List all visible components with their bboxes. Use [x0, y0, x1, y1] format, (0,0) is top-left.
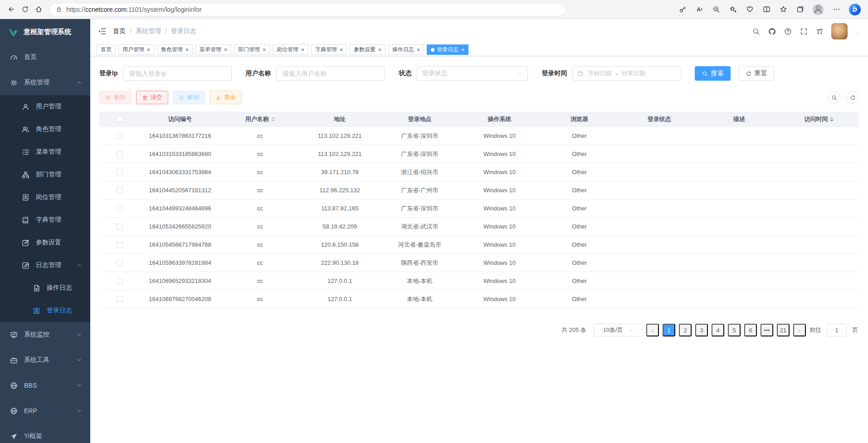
- github-icon[interactable]: [768, 27, 776, 35]
- tab-首页[interactable]: 首页: [97, 44, 116, 55]
- row-checkbox[interactable]: [117, 205, 123, 212]
- cell-user: cc: [220, 163, 300, 181]
- sidebar-item-2[interactable]: 用户管理: [0, 95, 90, 118]
- 清空-button[interactable]: 清空: [136, 91, 168, 104]
- row-checkbox[interactable]: [117, 278, 123, 284]
- tab-参数设置[interactable]: 参数设置×: [350, 44, 385, 55]
- more-icon[interactable]: [832, 5, 840, 14]
- tab-close-icon[interactable]: ×: [224, 47, 227, 53]
- sidebar-item-11[interactable]: 登录日志: [0, 299, 90, 322]
- row-checkbox[interactable]: [117, 260, 123, 266]
- page-button-1[interactable]: 1: [663, 324, 675, 336]
- sort-icon[interactable]: [830, 115, 834, 123]
- login-ip-input[interactable]: [123, 66, 232, 81]
- search-icon[interactable]: [752, 27, 760, 35]
- tab-close-icon[interactable]: ×: [301, 47, 304, 53]
- tab-close-icon[interactable]: ×: [185, 47, 189, 53]
- tab-close-icon[interactable]: ×: [378, 47, 381, 53]
- key-icon[interactable]: [678, 5, 687, 14]
- sort-icon[interactable]: [271, 115, 275, 123]
- sidebar-item-6[interactable]: 岗位管理: [0, 186, 90, 209]
- refresh-mini-icon[interactable]: [846, 91, 859, 104]
- sidebar-item-7[interactable]: 字典管理: [0, 209, 90, 231]
- back-icon[interactable]: [5, 3, 18, 16]
- tab-登录日志[interactable]: 登录日志×: [427, 44, 468, 55]
- row-checkbox[interactable]: [117, 296, 123, 302]
- row-checkbox[interactable]: [117, 187, 123, 194]
- zoom-icon[interactable]: [712, 5, 720, 14]
- page-ellipsis[interactable]: •••: [761, 324, 773, 336]
- tab-close-icon[interactable]: ×: [340, 47, 343, 53]
- tab-close-icon[interactable]: ×: [417, 47, 420, 53]
- fullscreen-icon[interactable]: [800, 27, 808, 35]
- reset-button[interactable]: 重置: [738, 66, 774, 81]
- tab-部门管理[interactable]: 部门管理×: [234, 44, 270, 55]
- read-aloud-icon[interactable]: [695, 5, 703, 14]
- page-button-2[interactable]: 2: [679, 324, 692, 336]
- sidebar-item-5[interactable]: 部门管理: [0, 163, 90, 186]
- table-row: 1641069798270046208cc127.0.0.1本地-本机Windo…: [99, 290, 859, 308]
- user-name-input[interactable]: [276, 66, 385, 81]
- help-icon[interactable]: [784, 27, 792, 35]
- refresh-icon[interactable]: [18, 3, 32, 16]
- sidebar-item-15[interactable]: ERP: [0, 398, 90, 424]
- home-icon[interactable]: [32, 3, 45, 16]
- tab-close-icon[interactable]: ×: [147, 47, 150, 53]
- sidebar-fold-icon[interactable]: [98, 27, 107, 36]
- page-button-4[interactable]: 4: [712, 324, 724, 336]
- url-bar[interactable]: https://ccnetcore.com:1101/system/log/lo…: [49, 3, 566, 16]
- add-favorite-icon[interactable]: [729, 5, 737, 14]
- sidebar-item-3[interactable]: 角色管理: [0, 118, 90, 141]
- browser-essentials-icon[interactable]: [746, 5, 754, 14]
- sidebar-item-12[interactable]: 系统监控: [0, 322, 90, 347]
- status-select[interactable]: 登录状态: [417, 66, 528, 81]
- favorites-icon[interactable]: [779, 5, 787, 14]
- row-checkbox[interactable]: [117, 151, 123, 157]
- prev-page-button[interactable]: ‹: [646, 324, 659, 336]
- row-checkbox[interactable]: [117, 133, 123, 139]
- sidebar-item-0[interactable]: 首页: [0, 44, 90, 70]
- sidebar-item-9[interactable]: 日志管理: [0, 254, 90, 277]
- tab-菜单管理[interactable]: 菜单管理×: [195, 44, 231, 55]
- breadcrumb-item[interactable]: 首页: [113, 27, 126, 35]
- goto-page-input[interactable]: [827, 324, 847, 336]
- sidebar-item-13[interactable]: 系统工具: [0, 347, 90, 373]
- tab-岗位管理[interactable]: 岗位管理×: [273, 44, 308, 55]
- copilot-icon[interactable]: [849, 4, 861, 15]
- search-button[interactable]: 搜索: [695, 66, 731, 81]
- tab-字典管理[interactable]: 字典管理×: [311, 44, 347, 55]
- font-size-icon[interactable]: [815, 27, 824, 35]
- app-logo[interactable]: 意框架管理系统: [0, 19, 90, 44]
- sidebar-item-10[interactable]: 操作日志: [0, 277, 90, 299]
- column-header-user[interactable]: 用户名称: [220, 112, 300, 127]
- page-button-21[interactable]: 21: [777, 324, 790, 336]
- page-button-3[interactable]: 3: [695, 324, 708, 336]
- sidebar-item-4[interactable]: 菜单管理: [0, 141, 90, 163]
- row-checkbox[interactable]: [117, 224, 123, 230]
- split-screen-icon[interactable]: [762, 5, 770, 14]
- sidebar-item-1[interactable]: 系统管理: [0, 70, 90, 95]
- sidebar-item-16[interactable]: Yi框架: [0, 424, 90, 443]
- tab-用户管理[interactable]: 用户管理×: [118, 44, 154, 55]
- tab-close-icon[interactable]: ×: [263, 47, 266, 53]
- tab-close-icon[interactable]: ×: [461, 47, 464, 53]
- row-checkbox[interactable]: [117, 169, 123, 175]
- 导出-button[interactable]: 导出: [210, 91, 242, 104]
- select-all-checkbox[interactable]: [117, 116, 123, 122]
- chevron-down-icon[interactable]: [855, 31, 860, 36]
- tab-角色管理[interactable]: 角色管理×: [157, 44, 193, 55]
- tab-操作日志[interactable]: 操作日志×: [388, 44, 424, 55]
- date-range-picker[interactable]: 开始日期 - 结束日期: [572, 66, 681, 81]
- column-header-time[interactable]: 访问时间: [779, 112, 859, 127]
- row-checkbox[interactable]: [117, 242, 123, 248]
- profile-icon[interactable]: [813, 4, 824, 15]
- sidebar-item-8[interactable]: 参数设置: [0, 231, 90, 254]
- collections-icon[interactable]: [796, 5, 804, 14]
- page-size-select[interactable]: 10条/页: [594, 324, 643, 336]
- next-page-button[interactable]: ›: [793, 324, 806, 336]
- user-avatar[interactable]: [831, 23, 848, 39]
- sidebar-item-14[interactable]: BBS: [0, 373, 90, 398]
- search-mini-icon[interactable]: [828, 91, 840, 104]
- page-button-5[interactable]: 5: [728, 324, 741, 336]
- page-button-6[interactable]: 6: [744, 324, 757, 336]
